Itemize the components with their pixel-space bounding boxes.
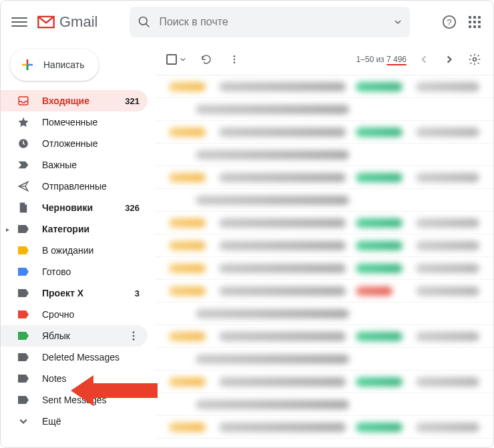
sidebar-item-6[interactable]: ▸Категории — [1, 218, 148, 240]
page-prev-button[interactable] — [416, 51, 432, 67]
svg-line-1 — [146, 24, 150, 27]
sidebar-item-label: Проект X — [42, 288, 123, 298]
message-row[interactable] — [156, 325, 493, 348]
search-input[interactable] — [158, 15, 387, 29]
app-name: Gmail — [59, 13, 97, 31]
message-row[interactable] — [156, 393, 493, 416]
message-row[interactable] — [156, 121, 493, 144]
page-next-button[interactable] — [441, 51, 457, 67]
sidebar-item-13[interactable]: Notes — [1, 368, 148, 389]
svg-point-17 — [473, 57, 477, 61]
message-row[interactable] — [156, 416, 493, 439]
sidebar-item-14[interactable]: Sent Messages — [1, 389, 148, 411]
sidebar-item-1[interactable]: Помеченные — [1, 111, 148, 133]
sidebar-item-15[interactable]: Ещё — [1, 411, 148, 432]
sidebar-item-label: Категории — [42, 224, 128, 234]
sidebar-item-0[interactable]: Входящие321 — [1, 90, 148, 111]
svg-point-14 — [234, 55, 236, 57]
tag-icon — [17, 329, 30, 343]
gmail-icon — [37, 15, 55, 29]
toolbar: 1–50 из 7 496 — [156, 43, 493, 75]
clock-icon — [17, 137, 30, 150]
important-icon — [17, 158, 30, 172]
sidebar-item-label: Яблык — [42, 330, 103, 341]
sidebar-item-label: Черновики — [42, 202, 113, 213]
sidebar-item-count: 3 — [135, 288, 140, 298]
chevron-down-icon — [180, 56, 186, 63]
help-icon[interactable]: ? — [441, 14, 457, 30]
sidebar-item-label: Sent Messages — [42, 395, 128, 405]
sidebar-item-label: В ожидании — [42, 245, 128, 256]
gmail-logo[interactable]: Gmail — [37, 13, 97, 31]
tag-icon — [17, 372, 30, 385]
sidebar-item-9[interactable]: Проект X3 — [1, 282, 148, 304]
svg-text:?: ? — [447, 17, 451, 27]
main-panel: 1–50 из 7 496 Ялык — [156, 43, 493, 447]
inbox-icon — [17, 94, 30, 107]
message-row[interactable] — [156, 212, 493, 234]
message-row[interactable] — [156, 189, 493, 212]
sidebar-item-count: 321 — [125, 96, 140, 106]
sidebar-item-12[interactable]: Deleted Messages — [1, 347, 148, 368]
refresh-button[interactable] — [198, 51, 214, 67]
sidebar-item-label: Ещё — [42, 416, 128, 427]
message-row[interactable] — [156, 371, 493, 393]
sidebar-item-label: Отложенные — [42, 138, 128, 149]
message-row[interactable] — [156, 98, 493, 121]
message-row[interactable] — [156, 257, 493, 280]
sidebar-item-3[interactable]: Важные — [1, 154, 148, 176]
message-row[interactable] — [156, 166, 493, 189]
sidebar-item-label: Помеченные — [42, 117, 128, 128]
message-row[interactable] — [156, 75, 493, 98]
svg-point-11 — [133, 331, 135, 333]
header: Gmail ? — [1, 1, 493, 43]
sidebar-item-label: Deleted Messages — [42, 352, 128, 363]
tag-icon — [17, 286, 30, 300]
search-dropdown-icon[interactable] — [394, 18, 402, 26]
category-icon — [17, 222, 30, 236]
tag-icon — [17, 351, 30, 364]
apps-icon[interactable] — [467, 14, 483, 30]
sidebar-item-2[interactable]: Отложенные — [1, 133, 148, 154]
svg-point-15 — [234, 58, 236, 60]
settings-button[interactable] — [467, 51, 483, 67]
send-icon — [17, 180, 30, 193]
sidebar-item-label: Срочно — [42, 309, 128, 320]
sidebar-item-label: Входящие — [42, 95, 113, 106]
tag-icon — [17, 244, 30, 257]
draft-icon — [17, 201, 30, 214]
search-icon — [138, 15, 151, 29]
tag-icon — [17, 308, 30, 321]
sidebar-item-4[interactable]: Отправленные — [1, 176, 148, 197]
more-icon[interactable] — [128, 330, 140, 342]
svg-point-16 — [234, 61, 236, 63]
search-bar[interactable] — [130, 7, 410, 37]
compose-label: Написать — [43, 59, 84, 70]
plus-icon — [19, 57, 35, 73]
message-list: Ялык — [156, 75, 493, 447]
message-row[interactable] — [156, 280, 493, 302]
star-icon — [17, 116, 30, 129]
svg-point-0 — [140, 17, 148, 25]
message-row[interactable] — [156, 348, 493, 371]
tag-icon — [17, 265, 30, 278]
sidebar-item-10[interactable]: Срочно — [1, 304, 148, 325]
sidebar-item-8[interactable]: Готово — [1, 261, 148, 282]
checkbox-icon — [166, 54, 177, 65]
message-row[interactable] — [156, 144, 493, 166]
sidebar: Написать Входящие321ПомеченныеОтложенные… — [1, 43, 156, 447]
select-all[interactable] — [166, 54, 186, 65]
menu-icon[interactable] — [11, 15, 27, 29]
sidebar-item-11[interactable]: Яблык — [1, 325, 148, 347]
nav-list: Входящие321ПомеченныеОтложенныеВажныеОтп… — [1, 90, 156, 432]
sidebar-item-7[interactable]: В ожидании — [1, 240, 148, 261]
sidebar-item-label: Готово — [42, 266, 128, 277]
message-row[interactable] — [156, 302, 493, 325]
sidebar-item-5[interactable]: Черновики326 — [1, 197, 148, 218]
expand-icon — [17, 415, 30, 428]
more-actions-button[interactable] — [226, 51, 242, 67]
sidebar-item-count: 326 — [125, 203, 140, 213]
message-row[interactable] — [156, 234, 493, 257]
compose-button[interactable]: Написать — [10, 49, 99, 81]
sidebar-item-label: Важные — [42, 160, 128, 170]
